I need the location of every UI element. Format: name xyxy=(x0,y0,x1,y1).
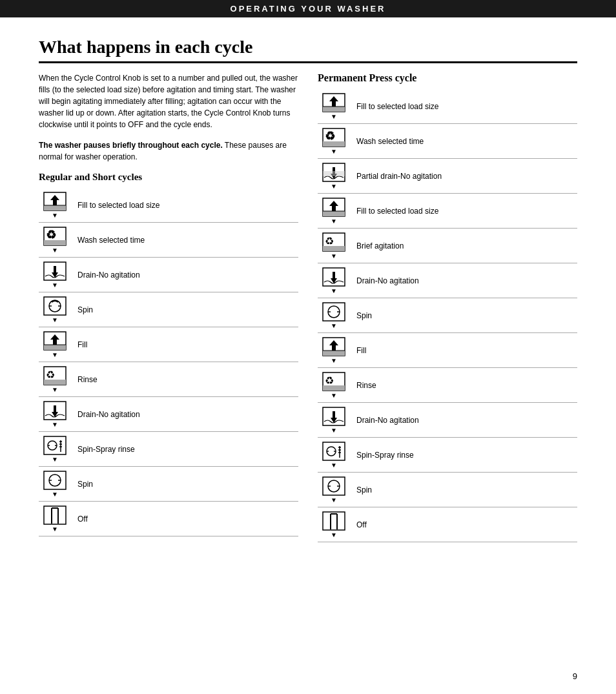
header-title: OPERATING YOUR WASHER xyxy=(231,4,386,14)
svg-rect-30 xyxy=(44,471,66,489)
cycle-label: Rinse xyxy=(350,368,577,403)
rinse-icon: ♻ xyxy=(43,365,67,386)
table-row: ▼ Partial drain-No agitation xyxy=(318,159,577,194)
svg-text:♻: ♻ xyxy=(325,375,334,386)
table-row: ♻ ▼ Rinse xyxy=(318,368,577,403)
cycle-icon-cell: ▼ xyxy=(39,397,71,432)
icon-wrapper: ▼ xyxy=(320,441,347,469)
right-cycle-table: ▼ Fill to selected load size ♻ xyxy=(318,89,577,542)
cycle-icon-cell: ▼ xyxy=(318,298,350,333)
arrow-down: ▼ xyxy=(52,317,58,323)
svg-rect-57 xyxy=(323,303,345,321)
table-row: ▼ Fill to selected load size xyxy=(318,194,577,229)
cycle-label: Spin xyxy=(71,292,298,327)
r-fill2-icon xyxy=(322,197,346,218)
spin2-icon xyxy=(43,470,67,491)
cycle-icon-cell: ▼ xyxy=(318,333,350,368)
svg-rect-9 xyxy=(44,297,66,315)
table-row: ♻ ▼ Rinse xyxy=(39,362,298,397)
cycle-label: Rinse xyxy=(71,362,298,397)
brief-agitation-label: Brief agitation xyxy=(350,229,577,263)
arrow-down: ▼ xyxy=(331,253,337,260)
arrow-down: ▼ xyxy=(331,427,337,434)
icon-wrapper: ▼ xyxy=(320,336,347,364)
cycle-label: Drain-No agitation xyxy=(350,403,577,438)
svg-text:♻: ♻ xyxy=(325,130,335,143)
table-row: ♻ ▼ Brief agitation xyxy=(318,229,577,263)
svg-rect-78 xyxy=(323,477,345,495)
svg-rect-15 xyxy=(44,345,66,350)
icon-wrapper: ♻ ▼ xyxy=(320,232,347,260)
arrow-down: ▼ xyxy=(52,491,58,498)
icon-wrapper: ♻ ▼ xyxy=(320,371,347,399)
icon-wrapper: ▼ xyxy=(320,197,347,225)
cycle-label: Fill xyxy=(350,333,577,368)
cycle-icon-cell: ▼ xyxy=(39,258,71,292)
svg-rect-67 xyxy=(323,385,345,391)
svg-rect-34 xyxy=(44,506,66,524)
arrow-down: ▼ xyxy=(331,183,337,190)
svg-text:♻: ♻ xyxy=(46,229,56,241)
fill2-icon xyxy=(43,331,67,351)
r-drain-icon xyxy=(322,267,346,287)
icon-wrapper: ▼ xyxy=(41,296,68,323)
cycle-label: Spin-Spray rinse xyxy=(350,438,577,473)
right-column: Permanent Press cycle xyxy=(318,72,577,542)
arrow-down: ▼ xyxy=(331,497,337,504)
right-section-title: Permanent Press cycle xyxy=(318,72,577,84)
table-row: ♻ ▼ Wash selected time xyxy=(39,223,298,258)
icon-wrapper: ▼ xyxy=(41,261,68,289)
arrow-down: ▼ xyxy=(331,532,337,538)
r-spin-final-icon xyxy=(322,476,346,496)
table-row: ▼ Spin xyxy=(318,298,577,333)
arrow-down: ▼ xyxy=(331,358,337,364)
intro-paragraph1: When the Cycle Control Knob is set to a … xyxy=(39,72,298,130)
arrow-down: ▼ xyxy=(52,456,58,463)
r-spin-spray-icon xyxy=(322,441,346,462)
r-wash-icon: ♻ xyxy=(322,127,346,148)
icon-wrapper: ♻ ▼ xyxy=(320,127,347,155)
table-row: ▼ Off xyxy=(318,507,577,542)
cycle-icon-cell: ▼ xyxy=(39,502,71,536)
cycle-icon-cell: ♻ ▼ xyxy=(39,362,71,397)
icon-wrapper: ▼ xyxy=(41,331,68,358)
table-row: ▼ Drain-No agitation xyxy=(318,263,577,298)
arrow-down: ▼ xyxy=(331,148,337,155)
r-off-icon xyxy=(322,511,346,531)
svg-rect-54 xyxy=(323,246,345,251)
cycle-label: Partial drain-No agitation xyxy=(350,159,577,194)
arrow-down: ▼ xyxy=(52,352,58,358)
intro-paragraph2: The washer pauses briefly throughout eac… xyxy=(39,139,298,163)
svg-rect-40 xyxy=(323,107,345,112)
icon-wrapper: ♻ ▼ xyxy=(41,365,68,393)
icon-wrapper: ▼ xyxy=(41,435,68,463)
cycle-label: Spin-Spray rinse xyxy=(71,432,298,467)
arrow-down: ▼ xyxy=(52,212,58,219)
r-rinse-icon: ♻ xyxy=(322,371,346,392)
arrow-down: ▼ xyxy=(331,393,337,399)
table-row: ▼ Spin xyxy=(39,467,298,502)
arrow-down: ▼ xyxy=(52,422,58,428)
spin-icon xyxy=(43,296,67,316)
svg-text:♻: ♻ xyxy=(325,236,334,247)
svg-rect-6 xyxy=(44,240,66,245)
svg-rect-47 xyxy=(323,171,345,176)
drain2-icon xyxy=(43,400,67,421)
cycle-label: Fill to selected load size xyxy=(350,194,577,229)
r-fill3-icon xyxy=(322,336,346,357)
table-row: ▼ Spin-Spray rinse xyxy=(318,438,577,473)
svg-rect-63 xyxy=(323,351,345,356)
cycle-icon-cell: ▼ xyxy=(39,327,71,362)
svg-rect-50 xyxy=(323,211,345,216)
icon-wrapper: ▼ xyxy=(320,92,347,120)
icon-wrapper: ▼ xyxy=(41,470,68,498)
r-partial-drain-icon xyxy=(322,162,346,183)
cycle-icon-cell: ▼ xyxy=(39,188,71,223)
cycle-label: Drain-No agitation xyxy=(71,258,298,292)
cycle-icon-cell: ▼ xyxy=(318,403,350,438)
icon-wrapper: ▼ xyxy=(320,162,347,190)
cycle-label: Fill to selected load size xyxy=(350,89,577,124)
cycle-label: Spin xyxy=(350,473,577,507)
wash-icon: ♻ xyxy=(43,226,67,247)
cycle-label: Fill to selected load size xyxy=(71,188,298,223)
